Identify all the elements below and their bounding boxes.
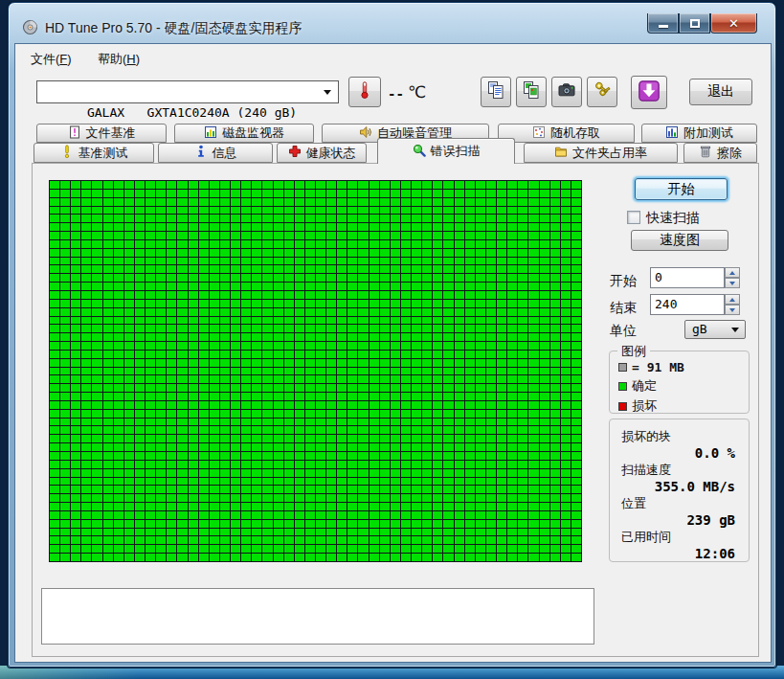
- scan-block: [103, 351, 113, 358]
- copy-text-button[interactable]: [481, 77, 511, 107]
- scan-block: [210, 300, 219, 307]
- scan-block: [210, 333, 219, 341]
- scan-block: [540, 469, 549, 477]
- tab-error-scan[interactable]: 错误扫描: [377, 138, 515, 164]
- license-button[interactable]: [587, 77, 617, 107]
- scan-block: [476, 249, 485, 257]
- tab-erase[interactable]: 擦除: [683, 143, 757, 163]
- scan-block: [146, 452, 155, 460]
- scan-block: [528, 452, 538, 460]
- scan-block: [370, 478, 379, 486]
- scan-block: [252, 511, 261, 519]
- screenshot-button[interactable]: [551, 77, 582, 107]
- scan-block: [241, 317, 251, 325]
- speed-map-button[interactable]: 速度图: [631, 230, 728, 251]
- scan-block: [561, 410, 571, 418]
- scan-block: [391, 190, 400, 197]
- tab-health[interactable]: 健康状态: [277, 143, 367, 163]
- scan-block: [465, 384, 475, 392]
- scan-block: [380, 478, 390, 486]
- scan-block: [455, 529, 464, 536]
- scan-block: [114, 393, 123, 400]
- stepper-up-button[interactable]: [725, 294, 740, 305]
- scan-block: [60, 494, 70, 502]
- tab-info[interactable]: 信息: [158, 143, 273, 163]
- scan-block: [455, 486, 464, 493]
- scan-block: [571, 503, 581, 510]
- unit-select[interactable]: gB: [684, 320, 746, 339]
- minimize-button[interactable]: [647, 13, 679, 34]
- device-select[interactable]: GALAX GXTA1C0240A (240 gB): [36, 80, 339, 103]
- stepper-down-button[interactable]: [725, 278, 740, 288]
- scan-block: [433, 494, 442, 502]
- scan-block: [486, 469, 496, 477]
- scan-block: [220, 511, 230, 519]
- scan-block: [241, 232, 251, 239]
- scan-block: [337, 190, 347, 197]
- scan-block: [50, 333, 59, 341]
- scan-block: [81, 435, 91, 442]
- scan-block: [571, 300, 581, 307]
- scan-block: [358, 520, 368, 528]
- tab-benchmark[interactable]: 基准测试: [34, 143, 154, 163]
- tab-disk-monitor[interactable]: 磁盘监视器: [174, 124, 314, 143]
- scan-block: [347, 207, 357, 215]
- end-position-input[interactable]: 240: [650, 294, 725, 315]
- tab-extra-tests[interactable]: 附加测试: [641, 124, 757, 143]
- scan-block: [433, 461, 442, 468]
- scan-block: [305, 368, 315, 375]
- quick-scan-checkbox[interactable]: [627, 211, 640, 224]
- stepper-down-button[interactable]: [725, 305, 740, 315]
- scan-block: [337, 384, 347, 392]
- scan-block: [189, 333, 198, 341]
- scan-block: [177, 486, 187, 493]
- scan-block: [316, 190, 325, 197]
- scan-block: [241, 503, 251, 510]
- scan-block: [189, 325, 198, 332]
- scan-block: [81, 401, 91, 409]
- exit-button[interactable]: 退出: [689, 79, 752, 105]
- scan-block: [156, 419, 166, 426]
- tab-random-access[interactable]: 随机存取: [498, 124, 635, 143]
- scan-block: [561, 300, 571, 307]
- menu-help[interactable]: 帮助(H): [98, 51, 140, 68]
- scan-block: [561, 401, 571, 409]
- maximize-button[interactable]: [679, 13, 710, 34]
- scan-block: [135, 545, 145, 553]
- close-button[interactable]: [710, 13, 757, 34]
- scan-block: [231, 529, 240, 536]
- scan-block: [337, 342, 347, 350]
- menu-file[interactable]: 文件(F): [31, 51, 72, 68]
- scan-block: [156, 536, 166, 544]
- scan-block: [199, 426, 209, 434]
- copy-image-button[interactable]: [516, 77, 547, 107]
- scan-block: [486, 215, 496, 222]
- scan-block: [305, 536, 315, 544]
- stepper-up-button[interactable]: [725, 267, 740, 278]
- scan-block: [114, 486, 123, 493]
- scan-block: [295, 375, 304, 383]
- scan-block: [507, 410, 517, 418]
- scan-block: [241, 486, 251, 493]
- quick-scan-label[interactable]: 快速扫描: [646, 210, 700, 227]
- scan-block: [507, 520, 517, 528]
- scan-block: [274, 401, 283, 409]
- scan-block: [347, 554, 357, 561]
- scan-block: [199, 461, 209, 468]
- scan-block: [295, 274, 304, 282]
- start-scan-button[interactable]: 开始: [635, 178, 728, 200]
- tab-folder-usage[interactable]: 文件夹占用率: [524, 143, 678, 163]
- save-button[interactable]: [631, 76, 667, 109]
- scan-block: [571, 520, 581, 528]
- start-position-input[interactable]: 0: [650, 267, 725, 288]
- tab-file-benchmark[interactable]: !文件基准: [36, 124, 167, 143]
- scan-block: [476, 198, 485, 206]
- scan-block: [146, 503, 155, 510]
- scan-block: [370, 393, 379, 400]
- temperature-button[interactable]: [348, 77, 381, 107]
- scan-block: [571, 215, 581, 222]
- scan-log-box[interactable]: [41, 588, 594, 645]
- scan-block: [326, 375, 336, 383]
- scan-block: [412, 223, 421, 231]
- scan-block: [347, 461, 357, 468]
